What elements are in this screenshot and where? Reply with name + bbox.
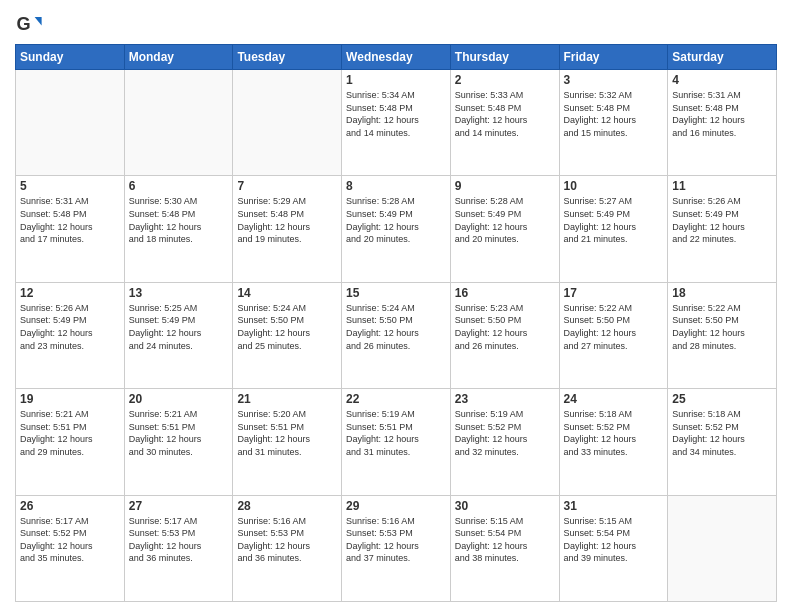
cell-info-text: Sunrise: 5:29 AM Sunset: 5:48 PM Dayligh… xyxy=(237,195,337,245)
cell-day-number: 24 xyxy=(564,392,664,406)
logo: G xyxy=(15,10,47,38)
cell-day-number: 31 xyxy=(564,499,664,513)
cell-day-number: 13 xyxy=(129,286,229,300)
calendar-cell xyxy=(668,495,777,601)
cell-info-text: Sunrise: 5:32 AM Sunset: 5:48 PM Dayligh… xyxy=(564,89,664,139)
calendar-week-row: 12Sunrise: 5:26 AM Sunset: 5:49 PM Dayli… xyxy=(16,282,777,388)
cell-day-number: 28 xyxy=(237,499,337,513)
cell-day-number: 4 xyxy=(672,73,772,87)
cell-info-text: Sunrise: 5:33 AM Sunset: 5:48 PM Dayligh… xyxy=(455,89,555,139)
calendar-cell: 8Sunrise: 5:28 AM Sunset: 5:49 PM Daylig… xyxy=(342,176,451,282)
calendar-cell: 16Sunrise: 5:23 AM Sunset: 5:50 PM Dayli… xyxy=(450,282,559,388)
cell-info-text: Sunrise: 5:34 AM Sunset: 5:48 PM Dayligh… xyxy=(346,89,446,139)
cell-day-number: 10 xyxy=(564,179,664,193)
cell-day-number: 7 xyxy=(237,179,337,193)
cell-day-number: 5 xyxy=(20,179,120,193)
calendar-cell: 28Sunrise: 5:16 AM Sunset: 5:53 PM Dayli… xyxy=(233,495,342,601)
cell-day-number: 8 xyxy=(346,179,446,193)
calendar-cell: 20Sunrise: 5:21 AM Sunset: 5:51 PM Dayli… xyxy=(124,389,233,495)
cell-info-text: Sunrise: 5:28 AM Sunset: 5:49 PM Dayligh… xyxy=(346,195,446,245)
day-header-wednesday: Wednesday xyxy=(342,45,451,70)
calendar-cell: 18Sunrise: 5:22 AM Sunset: 5:50 PM Dayli… xyxy=(668,282,777,388)
calendar-cell: 11Sunrise: 5:26 AM Sunset: 5:49 PM Dayli… xyxy=(668,176,777,282)
calendar-cell: 4Sunrise: 5:31 AM Sunset: 5:48 PM Daylig… xyxy=(668,70,777,176)
cell-info-text: Sunrise: 5:25 AM Sunset: 5:49 PM Dayligh… xyxy=(129,302,229,352)
cell-info-text: Sunrise: 5:27 AM Sunset: 5:49 PM Dayligh… xyxy=(564,195,664,245)
cell-day-number: 6 xyxy=(129,179,229,193)
cell-info-text: Sunrise: 5:21 AM Sunset: 5:51 PM Dayligh… xyxy=(129,408,229,458)
calendar-cell: 21Sunrise: 5:20 AM Sunset: 5:51 PM Dayli… xyxy=(233,389,342,495)
cell-info-text: Sunrise: 5:30 AM Sunset: 5:48 PM Dayligh… xyxy=(129,195,229,245)
calendar-cell: 12Sunrise: 5:26 AM Sunset: 5:49 PM Dayli… xyxy=(16,282,125,388)
day-header-sunday: Sunday xyxy=(16,45,125,70)
calendar-cell: 6Sunrise: 5:30 AM Sunset: 5:48 PM Daylig… xyxy=(124,176,233,282)
cell-day-number: 17 xyxy=(564,286,664,300)
cell-info-text: Sunrise: 5:31 AM Sunset: 5:48 PM Dayligh… xyxy=(672,89,772,139)
cell-day-number: 11 xyxy=(672,179,772,193)
svg-text:G: G xyxy=(16,14,30,34)
calendar-cell: 7Sunrise: 5:29 AM Sunset: 5:48 PM Daylig… xyxy=(233,176,342,282)
day-header-tuesday: Tuesday xyxy=(233,45,342,70)
cell-info-text: Sunrise: 5:17 AM Sunset: 5:52 PM Dayligh… xyxy=(20,515,120,565)
calendar-week-row: 26Sunrise: 5:17 AM Sunset: 5:52 PM Dayli… xyxy=(16,495,777,601)
cell-info-text: Sunrise: 5:19 AM Sunset: 5:51 PM Dayligh… xyxy=(346,408,446,458)
logo-icon: G xyxy=(15,10,43,38)
cell-info-text: Sunrise: 5:22 AM Sunset: 5:50 PM Dayligh… xyxy=(672,302,772,352)
cell-day-number: 22 xyxy=(346,392,446,406)
calendar-cell: 25Sunrise: 5:18 AM Sunset: 5:52 PM Dayli… xyxy=(668,389,777,495)
calendar-cell: 27Sunrise: 5:17 AM Sunset: 5:53 PM Dayli… xyxy=(124,495,233,601)
page: G SundayMondayTuesdayWednesdayThursdayFr… xyxy=(0,0,792,612)
calendar-cell: 19Sunrise: 5:21 AM Sunset: 5:51 PM Dayli… xyxy=(16,389,125,495)
cell-day-number: 23 xyxy=(455,392,555,406)
calendar-cell: 13Sunrise: 5:25 AM Sunset: 5:49 PM Dayli… xyxy=(124,282,233,388)
cell-info-text: Sunrise: 5:24 AM Sunset: 5:50 PM Dayligh… xyxy=(237,302,337,352)
calendar-cell xyxy=(16,70,125,176)
header: G xyxy=(15,10,777,38)
calendar-cell: 31Sunrise: 5:15 AM Sunset: 5:54 PM Dayli… xyxy=(559,495,668,601)
calendar-cell: 15Sunrise: 5:24 AM Sunset: 5:50 PM Dayli… xyxy=(342,282,451,388)
cell-day-number: 25 xyxy=(672,392,772,406)
cell-info-text: Sunrise: 5:18 AM Sunset: 5:52 PM Dayligh… xyxy=(564,408,664,458)
day-header-friday: Friday xyxy=(559,45,668,70)
calendar-cell: 23Sunrise: 5:19 AM Sunset: 5:52 PM Dayli… xyxy=(450,389,559,495)
calendar-cell: 9Sunrise: 5:28 AM Sunset: 5:49 PM Daylig… xyxy=(450,176,559,282)
cell-info-text: Sunrise: 5:15 AM Sunset: 5:54 PM Dayligh… xyxy=(564,515,664,565)
cell-day-number: 21 xyxy=(237,392,337,406)
cell-info-text: Sunrise: 5:24 AM Sunset: 5:50 PM Dayligh… xyxy=(346,302,446,352)
cell-day-number: 16 xyxy=(455,286,555,300)
day-header-monday: Monday xyxy=(124,45,233,70)
cell-info-text: Sunrise: 5:16 AM Sunset: 5:53 PM Dayligh… xyxy=(346,515,446,565)
cell-info-text: Sunrise: 5:19 AM Sunset: 5:52 PM Dayligh… xyxy=(455,408,555,458)
day-header-thursday: Thursday xyxy=(450,45,559,70)
cell-info-text: Sunrise: 5:17 AM Sunset: 5:53 PM Dayligh… xyxy=(129,515,229,565)
calendar-table: SundayMondayTuesdayWednesdayThursdayFrid… xyxy=(15,44,777,602)
calendar-cell: 5Sunrise: 5:31 AM Sunset: 5:48 PM Daylig… xyxy=(16,176,125,282)
cell-info-text: Sunrise: 5:28 AM Sunset: 5:49 PM Dayligh… xyxy=(455,195,555,245)
cell-day-number: 3 xyxy=(564,73,664,87)
calendar-cell: 24Sunrise: 5:18 AM Sunset: 5:52 PM Dayli… xyxy=(559,389,668,495)
cell-info-text: Sunrise: 5:22 AM Sunset: 5:50 PM Dayligh… xyxy=(564,302,664,352)
calendar-week-row: 5Sunrise: 5:31 AM Sunset: 5:48 PM Daylig… xyxy=(16,176,777,282)
cell-day-number: 19 xyxy=(20,392,120,406)
cell-day-number: 30 xyxy=(455,499,555,513)
cell-day-number: 14 xyxy=(237,286,337,300)
cell-day-number: 26 xyxy=(20,499,120,513)
cell-info-text: Sunrise: 5:15 AM Sunset: 5:54 PM Dayligh… xyxy=(455,515,555,565)
calendar-cell: 2Sunrise: 5:33 AM Sunset: 5:48 PM Daylig… xyxy=(450,70,559,176)
calendar-cell: 17Sunrise: 5:22 AM Sunset: 5:50 PM Dayli… xyxy=(559,282,668,388)
calendar-cell: 10Sunrise: 5:27 AM Sunset: 5:49 PM Dayli… xyxy=(559,176,668,282)
calendar-cell: 1Sunrise: 5:34 AM Sunset: 5:48 PM Daylig… xyxy=(342,70,451,176)
cell-info-text: Sunrise: 5:23 AM Sunset: 5:50 PM Dayligh… xyxy=(455,302,555,352)
svg-marker-1 xyxy=(35,17,42,25)
cell-day-number: 2 xyxy=(455,73,555,87)
cell-day-number: 1 xyxy=(346,73,446,87)
calendar-week-row: 1Sunrise: 5:34 AM Sunset: 5:48 PM Daylig… xyxy=(16,70,777,176)
calendar-cell: 30Sunrise: 5:15 AM Sunset: 5:54 PM Dayli… xyxy=(450,495,559,601)
calendar-cell xyxy=(233,70,342,176)
cell-info-text: Sunrise: 5:21 AM Sunset: 5:51 PM Dayligh… xyxy=(20,408,120,458)
cell-day-number: 20 xyxy=(129,392,229,406)
day-header-saturday: Saturday xyxy=(668,45,777,70)
calendar-cell: 29Sunrise: 5:16 AM Sunset: 5:53 PM Dayli… xyxy=(342,495,451,601)
calendar-cell xyxy=(124,70,233,176)
calendar-week-row: 19Sunrise: 5:21 AM Sunset: 5:51 PM Dayli… xyxy=(16,389,777,495)
